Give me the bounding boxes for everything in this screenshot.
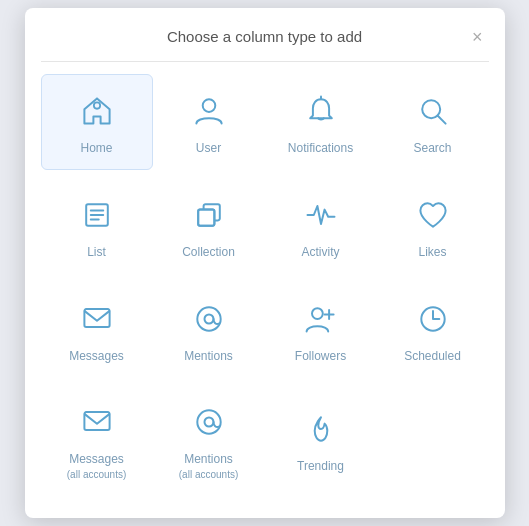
collection-icon [187,193,231,237]
scheduled-icon [411,297,455,341]
followers-icon [299,297,343,341]
grid-item-collection[interactable]: Collection [153,178,265,274]
grid-item-scheduled[interactable]: Scheduled [377,282,489,378]
trending-label: Trending [297,459,344,475]
activity-label: Activity [301,245,339,261]
grid-item-home[interactable]: Home [41,74,153,170]
svg-line-4 [437,116,445,124]
svg-point-15 [312,308,323,319]
notifications-icon [299,89,343,133]
user-icon [187,89,231,133]
followers-label: Followers [295,349,346,365]
search-label: Search [413,141,451,157]
list-icon [75,193,119,237]
messages-icon [75,297,119,341]
messages-label: Messages [69,349,124,365]
likes-icon [411,193,455,237]
svg-point-20 [197,410,220,433]
scheduled-label: Scheduled [404,349,461,365]
modal-header: Choose a column type to add × [41,28,489,45]
grid-item-followers[interactable]: Followers [265,282,377,378]
grid-item-messages-all[interactable]: Messages(all accounts) [41,385,153,494]
svg-rect-19 [84,412,109,430]
home-icon [75,89,119,133]
mentions-icon [187,297,231,341]
grid-item-mentions-all[interactable]: Mentions(all accounts) [153,385,265,494]
mentions-all-icon [187,400,231,444]
modal-backdrop: Choose a column type to add × Home [0,0,529,526]
grid-item-mentions[interactable]: Mentions [153,282,265,378]
grid-item-activity[interactable]: Activity [265,178,377,274]
trending-icon [299,407,343,451]
messages-all-icon [75,400,119,444]
home-label: Home [80,141,112,157]
grid-item-messages[interactable]: Messages [41,282,153,378]
close-button[interactable]: × [466,26,489,48]
grid-item-user[interactable]: User [153,74,265,170]
grid-item-trending[interactable]: Trending [265,385,377,494]
likes-label: Likes [418,245,446,261]
svg-rect-10 [198,210,214,226]
svg-point-14 [204,314,213,323]
svg-point-13 [197,307,220,330]
notifications-label: Notifications [288,141,353,157]
mentions-all-label: Mentions(all accounts) [179,452,238,481]
grid-item-notifications[interactable]: Notifications [265,74,377,170]
list-label: List [87,245,106,261]
user-label: User [196,141,221,157]
grid-item-search[interactable]: Search [377,74,489,170]
grid-item-likes[interactable]: Likes [377,178,489,274]
modal: Choose a column type to add × Home [25,8,505,517]
collection-label: Collection [182,245,235,261]
svg-point-0 [93,103,99,109]
grid-item-list[interactable]: List [41,178,153,274]
svg-point-21 [204,418,213,427]
modal-title: Choose a column type to add [167,28,362,45]
svg-rect-12 [84,309,109,327]
activity-icon [299,193,343,237]
column-type-grid: Home User [41,74,489,493]
messages-all-label: Messages(all accounts) [67,452,126,481]
svg-point-1 [202,100,215,113]
search-icon [411,89,455,133]
header-divider [41,61,489,62]
mentions-label: Mentions [184,349,233,365]
